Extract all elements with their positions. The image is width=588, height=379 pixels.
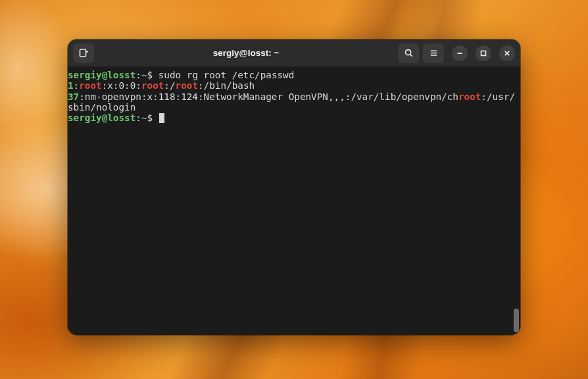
- prompt-dollar: $: [147, 113, 159, 123]
- search-button[interactable]: [398, 43, 419, 63]
- minimize-button[interactable]: [452, 45, 468, 61]
- prompt-user: sergiy: [68, 70, 102, 80]
- output-match: root: [176, 80, 198, 91]
- output-text: :nm-openvpn:x:118:124:NetworkManager Ope…: [79, 91, 458, 102]
- scrollbar-thumb[interactable]: [514, 309, 519, 332]
- prompt-at: @: [102, 113, 108, 123]
- prompt-path: ~: [141, 113, 147, 123]
- svg-rect-0: [80, 49, 86, 57]
- prompt-colon: :: [135, 70, 141, 80]
- output-match: root: [458, 91, 481, 102]
- maximize-button[interactable]: [476, 45, 491, 61]
- svg-rect-2: [481, 51, 486, 55]
- prompt-user: sergiy: [68, 113, 102, 123]
- hamburger-menu-icon: [429, 48, 439, 58]
- terminal-body[interactable]: sergiy@losst:~$ sudo rg root /etc/passwd…: [68, 67, 520, 335]
- prompt-at: @: [102, 70, 108, 80]
- terminal-window: sergiy@losst: ~: [68, 39, 520, 335]
- cursor: [159, 113, 165, 123]
- prompt-host: losst: [107, 113, 135, 123]
- menu-button[interactable]: [423, 43, 444, 63]
- prompt-dollar: $: [147, 70, 159, 80]
- new-tab-button[interactable]: [73, 43, 94, 63]
- output-match: root: [79, 80, 101, 91]
- window-title: sergiy@losst: ~: [98, 48, 394, 58]
- prompt-host: losst: [107, 70, 135, 80]
- output-match: root: [141, 80, 164, 91]
- prompt-colon: :: [135, 113, 141, 123]
- search-icon: [404, 48, 414, 58]
- command-text: sudo rg root /etc/passwd: [159, 70, 295, 80]
- output-text: :: [74, 80, 80, 91]
- output-text: :/bin/bash: [198, 80, 255, 91]
- minimize-icon: [456, 50, 463, 57]
- output-lineno: 1: [68, 80, 74, 91]
- svg-point-1: [405, 50, 410, 55]
- new-tab-icon: [78, 48, 89, 59]
- output-text: :x:0:0:: [102, 80, 141, 91]
- titlebar: sergiy@losst: ~: [68, 39, 520, 67]
- maximize-icon: [480, 50, 487, 57]
- output-lineno: 37: [68, 91, 79, 102]
- close-icon: [504, 50, 510, 57]
- output-text: :/: [164, 80, 175, 91]
- prompt-path: ~: [141, 70, 147, 80]
- close-button[interactable]: [499, 45, 515, 61]
